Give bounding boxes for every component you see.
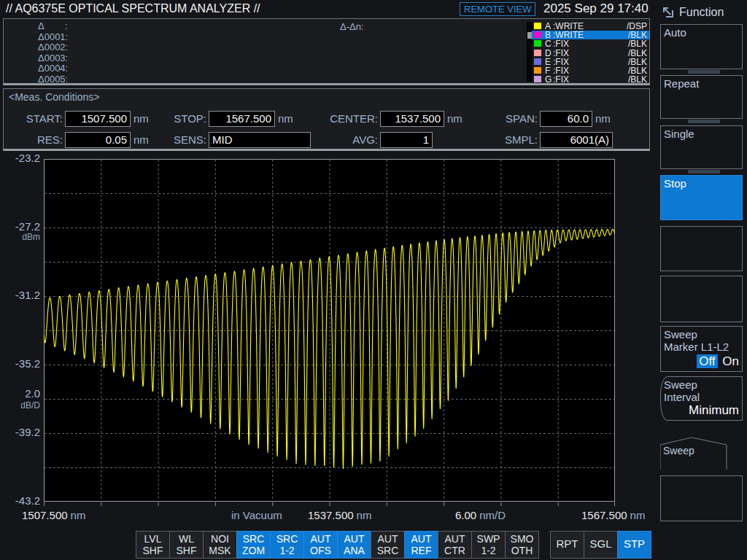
delta-delta-n-label: Δ-Δn: bbox=[340, 21, 364, 32]
trace-list: A:WRITE/DSPB:WRITE/BLKC:FIX/BLKD:FIX/BLK… bbox=[532, 22, 649, 84]
softkey-connector bbox=[688, 120, 720, 123]
marker-panel: Δ:Δ0001:Δ0002:Δ0003:Δ0004:Δ0005: Δ-Δn: A… bbox=[3, 18, 650, 85]
toolbar-button-rpt[interactable]: RPT bbox=[550, 531, 584, 559]
softkey-button-empty-5[interactable] bbox=[660, 276, 743, 322]
remote-view-badge: REMOTE VIEW bbox=[460, 2, 535, 16]
osa-remote-view-window: // AQ6375E OPTICAL SPECTRUM ANALYZER // … bbox=[0, 0, 747, 560]
y-axis-tick-label: -35.2 bbox=[0, 357, 40, 370]
trace-color-swatch bbox=[534, 76, 541, 82]
softkey-button-stop[interactable]: Stop bbox=[660, 175, 743, 220]
x-axis-start-label: 1507.500nm bbox=[22, 509, 85, 521]
spectrum-plot-area[interactable] bbox=[44, 159, 615, 508]
field-smpl-label: SMPL: bbox=[0, 132, 538, 148]
marker-row: Δ0001: bbox=[38, 32, 68, 43]
toolbar-button-wl-shf[interactable]: WLSHF bbox=[169, 531, 204, 559]
y-axis-unit: dBm bbox=[0, 232, 40, 242]
x-axis-center-label: 1537.500nm bbox=[308, 509, 371, 521]
marker-row: Δ0002: bbox=[38, 42, 68, 53]
toolbar-button-aut-ctr[interactable]: AUTCTR bbox=[438, 531, 472, 559]
marker-row: Δ0003: bbox=[38, 53, 68, 64]
softkey-button-single[interactable]: Single bbox=[660, 125, 743, 169]
vacuum-note: in Vacuum bbox=[231, 509, 282, 521]
toolbar-button-aut-src[interactable]: AUTSRC bbox=[371, 531, 405, 559]
y-axis-tick-label: -43.2 bbox=[0, 494, 40, 507]
toolbar-button-src-zom[interactable]: SRCZOM bbox=[236, 531, 271, 559]
level-scale-unit: dB/D bbox=[0, 400, 40, 411]
toolbar-button-stp[interactable]: STP bbox=[617, 531, 651, 559]
sweep-marker-on-option[interactable]: On bbox=[722, 354, 739, 368]
level-scale-value: 2.0 bbox=[0, 387, 40, 400]
function-shortcut-toolbar: LVLSHFWLSHFNOIMSKSRCZOMSRC1-2AUTOFSAUTAN… bbox=[136, 531, 539, 559]
trace-row-G[interactable]: G:FIX/BLK bbox=[532, 75, 649, 84]
y-axis-tick-label: -23.2 bbox=[0, 152, 40, 164]
trace-color-swatch bbox=[534, 58, 541, 65]
meas-conditions-header: <Meas. Conditions> bbox=[9, 91, 100, 103]
toolbar-button-noi-msk[interactable]: NOIMSK bbox=[203, 531, 237, 559]
toolbar-button-lvl-shf[interactable]: LVLSHF bbox=[136, 531, 170, 559]
marker-row: Δ0004: bbox=[38, 63, 68, 74]
field-span-input[interactable]: 60.0 bbox=[540, 111, 592, 127]
softkey-button-repeat[interactable]: Repeat bbox=[660, 75, 743, 119]
marker-row: Δ: bbox=[38, 21, 68, 32]
sweep-interval-button[interactable]: Sweep Interval Minimum bbox=[660, 376, 743, 421]
sweep-interval-value: Minimum bbox=[689, 403, 739, 418]
toolbar-button-smo-oth[interactable]: SMOOTH bbox=[505, 531, 539, 559]
datetime: 2025 Sep 29 17:40 bbox=[543, 1, 649, 16]
field-smpl-input[interactable]: 6001(A) bbox=[540, 132, 613, 148]
toolbar-button-aut-ana[interactable]: AUTANA bbox=[337, 531, 371, 559]
y-axis-tick-label: -27.2 bbox=[0, 220, 40, 233]
sweep-shortcut-toolbar: RPTSGLSTP bbox=[551, 531, 651, 559]
sweep-menu-group-tab[interactable]: Sweep bbox=[660, 436, 727, 470]
trace-row-C[interactable]: C:FIX/BLK bbox=[532, 39, 649, 48]
y-axis-tick-label: -39.2 bbox=[0, 426, 40, 438]
field-span-unit: nm bbox=[595, 111, 611, 127]
toolbar-button-src-1-2[interactable]: SRC1-2 bbox=[270, 531, 304, 559]
softkey-button-empty-bottom[interactable] bbox=[660, 475, 743, 521]
toolbar-button-aut-ref[interactable]: AUTREF bbox=[404, 531, 438, 559]
trace-color-swatch bbox=[534, 40, 541, 47]
y-axis-tick-label: -31.2 bbox=[0, 289, 40, 301]
marker-row: Δ0005: bbox=[38, 74, 68, 85]
trace-row-D[interactable]: D:FIX/BLK bbox=[532, 49, 649, 58]
app-title: // AQ6375E OPTICAL SPECTRUM ANALYZER // bbox=[6, 2, 260, 15]
trace-color-swatch bbox=[534, 23, 541, 29]
function-menu-header: Function bbox=[660, 4, 724, 19]
toolbar-button-sgl[interactable]: SGL bbox=[584, 531, 618, 559]
toolbar-button-aut-ofs[interactable]: AUTOFS bbox=[303, 531, 338, 559]
softkey-connector bbox=[688, 170, 720, 174]
sweep-marker-l1-l2-button[interactable]: Sweep Marker L1-L2 Off On bbox=[660, 326, 743, 372]
sweep-marker-off-option[interactable]: Off bbox=[697, 354, 717, 368]
trace-color-swatch bbox=[534, 67, 541, 74]
trace-color-swatch bbox=[534, 50, 541, 56]
x-axis-scale-label: 6.00nm/D bbox=[455, 509, 506, 521]
softkey-connector bbox=[688, 70, 720, 74]
x-axis-stop-label: 1567.500nm bbox=[581, 509, 645, 521]
toolbar-button-swp-1-2[interactable]: SWP1-2 bbox=[471, 531, 506, 559]
trace-color-swatch bbox=[534, 31, 541, 38]
marker-list: Δ:Δ0001:Δ0002:Δ0003:Δ0004:Δ0005: bbox=[38, 21, 68, 85]
field-span-label: SPAN: bbox=[0, 111, 538, 127]
softkey-button-auto[interactable]: Auto bbox=[660, 24, 743, 69]
softkey-button-empty-4[interactable] bbox=[660, 226, 743, 271]
softkey-sidebar: Function AutoRepeatSingleStop Sweep Mark… bbox=[654, 0, 747, 560]
function-icon bbox=[660, 4, 675, 19]
